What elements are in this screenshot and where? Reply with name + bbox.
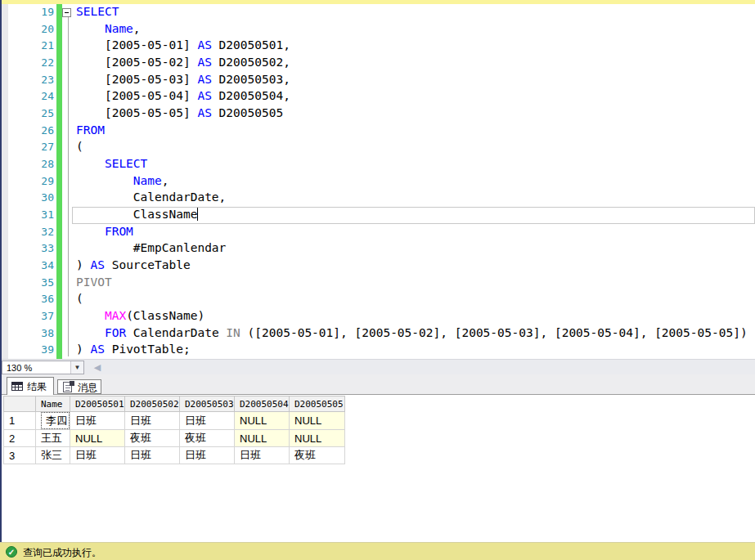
line-number: 19 — [21, 6, 54, 18]
grid-cell[interactable]: 日班 — [235, 447, 290, 464]
line-number: 33 — [21, 242, 54, 254]
table-row: 1李四日班日班日班NULLNULL — [4, 412, 345, 430]
code-line-28[interactable]: 28 SELECT — [2, 156, 755, 173]
ssms-query-window: 19SELECT20 Name,21 [2005-05-01] AS D2005… — [0, 0, 755, 560]
code-line-27[interactable]: 27( — [2, 139, 755, 156]
row-header-2[interactable]: 2 — [4, 430, 36, 447]
code-line-20[interactable]: 20 Name, — [2, 21, 755, 38]
code-text: ( — [76, 140, 83, 153]
row-header-3[interactable]: 3 — [4, 447, 36, 464]
grid-cell[interactable]: 日班 — [70, 447, 125, 464]
code-line-19[interactable]: 19SELECT — [2, 4, 755, 21]
tab-messages-label: 消息 — [78, 381, 97, 395]
code-line-23[interactable]: 23 [2005-05-03] AS D20050503, — [2, 72, 755, 89]
column-header-D20050503[interactable]: D20050503 — [180, 396, 235, 412]
code-text: ) AS SourceTable — [76, 258, 191, 271]
line-number: 39 — [21, 343, 54, 356]
code-line-35[interactable]: 35PIVOT — [2, 275, 755, 292]
code-text: SELECT — [76, 157, 147, 170]
tab-results[interactable]: 结果 — [7, 377, 54, 395]
code-line-38[interactable]: 38 FOR CalendarDate IN ([2005-05-01], [2… — [2, 325, 755, 343]
line-number: 31 — [21, 208, 54, 221]
chevron-down-icon[interactable]: ▼ — [70, 361, 83, 374]
grid-cell[interactable]: 日班 — [180, 447, 235, 464]
code-text: [2005-05-04] AS D20050504, — [76, 89, 290, 102]
code-text: FROM — [76, 123, 105, 137]
grid-cell[interactable]: 日班 — [70, 412, 125, 430]
line-number: 20 — [21, 23, 54, 35]
zoom-level-combo[interactable]: 130 % ▼ — [2, 361, 84, 374]
grid-cell[interactable]: 夜班 — [290, 447, 345, 464]
line-number: 21 — [21, 39, 54, 52]
grid-corner-cell[interactable] — [4, 396, 36, 412]
status-bar: ✓ 查询已成功执行。 — [0, 542, 755, 560]
code-text: [2005-05-02] AS D20050502, — [76, 56, 290, 69]
code-text: SELECT — [76, 5, 119, 18]
column-header-Name[interactable]: Name — [36, 396, 70, 412]
grid-cell[interactable]: 日班 — [125, 447, 180, 464]
code-line-37[interactable]: 37 MAX(ClassName) — [2, 308, 755, 325]
line-number: 32 — [21, 226, 54, 238]
grid-cell[interactable]: NULL — [235, 430, 290, 447]
grid-cell[interactable]: 张三 — [36, 447, 70, 464]
line-number: 24 — [21, 90, 54, 102]
grid-cell[interactable]: 夜班 — [180, 430, 235, 447]
scroll-left-arrow-icon[interactable]: ◀ — [92, 361, 103, 374]
code-text: FROM — [76, 225, 133, 238]
code-text: [2005-05-05] AS D20050505 — [76, 106, 283, 119]
success-check-icon: ✓ — [6, 546, 17, 558]
tab-messages[interactable]: 消息 — [57, 379, 101, 394]
code-text: CalendarDate, — [76, 190, 226, 204]
line-number: 30 — [21, 191, 54, 204]
tab-results-label: 结果 — [27, 380, 47, 394]
line-number: 22 — [21, 56, 54, 69]
code-text: ( — [76, 292, 83, 305]
grid-cell[interactable]: 王五 — [36, 430, 70, 447]
column-header-D20050505[interactable]: D20050505 — [290, 396, 345, 412]
code-line-21[interactable]: 21 [2005-05-01] AS D20050501, — [2, 38, 755, 55]
grid-cell[interactable]: 日班 — [180, 412, 235, 430]
grid-cell[interactable]: 李四 — [36, 412, 70, 430]
table-row: 2王五NULL夜班夜班NULLNULL — [4, 430, 345, 447]
code-line-36[interactable]: 36( — [2, 291, 755, 308]
grid-cell[interactable]: NULL — [290, 430, 345, 447]
grid-cell[interactable]: NULL — [70, 430, 125, 447]
line-number: 26 — [21, 124, 54, 137]
editor-hscrollbar[interactable]: 130 % ▼ ◀ — [2, 359, 755, 374]
code-line-22[interactable]: 22 [2005-05-02] AS D20050502, — [2, 55, 755, 72]
code-line-25[interactable]: 25 [2005-05-05] AS D20050505 — [2, 105, 755, 123]
code-line-39[interactable]: 39) AS PivotTable; — [2, 342, 755, 359]
results-tab-strip: 结果 消息 — [2, 374, 755, 395]
line-number: 29 — [21, 175, 54, 187]
results-grid-icon — [11, 382, 23, 391]
code-line-30[interactable]: 30 CalendarDate, — [2, 190, 755, 207]
code-line-34[interactable]: 34) AS SourceTable — [2, 258, 755, 275]
code-text: Name, — [76, 174, 169, 187]
code-text: PIVOT — [76, 276, 112, 289]
status-message: 查询已成功执行。 — [23, 546, 101, 560]
sql-editor[interactable]: 19SELECT20 Name,21 [2005-05-01] AS D2005… — [2, 4, 755, 359]
grid-cell[interactable]: NULL — [235, 412, 290, 430]
code-line-32[interactable]: 32 FROM — [2, 224, 755, 241]
zoom-level-value: 130 % — [7, 363, 32, 373]
code-line-29[interactable]: 29 Name, — [2, 173, 755, 190]
column-header-D20050501[interactable]: D20050501 — [70, 396, 125, 412]
selected-cell: 李四 — [41, 412, 70, 429]
code-text: ) AS PivotTable; — [76, 343, 191, 356]
column-header-D20050502[interactable]: D20050502 — [125, 396, 180, 412]
column-header-D20050504[interactable]: D20050504 — [235, 396, 290, 412]
grid-cell[interactable]: 日班 — [125, 412, 180, 430]
messages-icon — [63, 382, 72, 392]
line-number: 36 — [21, 293, 54, 305]
line-number: 37 — [21, 310, 54, 322]
row-header-1[interactable]: 1 — [4, 412, 36, 430]
code-line-31[interactable]: 31 ClassName — [2, 207, 755, 224]
grid-cell[interactable]: NULL — [290, 412, 345, 430]
code-line-26[interactable]: 26FROM — [2, 123, 755, 140]
grid-cell[interactable]: 夜班 — [125, 430, 180, 447]
line-number: 23 — [21, 74, 54, 86]
collapse-region-icon[interactable] — [62, 8, 71, 17]
results-grid[interactable]: NameD20050501D20050502D20050503D20050504… — [3, 396, 345, 464]
code-line-33[interactable]: 33 #EmpCanlendar — [2, 240, 755, 258]
code-line-24[interactable]: 24 [2005-05-04] AS D20050504, — [2, 88, 755, 105]
